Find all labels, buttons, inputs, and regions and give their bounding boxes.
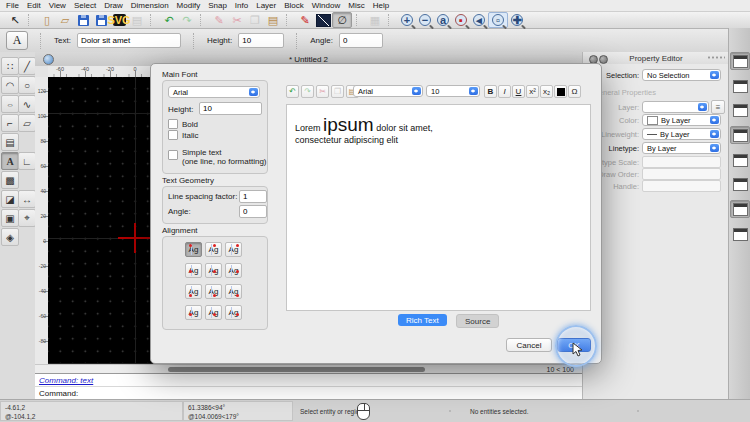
hatch-tool-button[interactable]: ◪	[1, 190, 19, 208]
spline-tool-button[interactable]: ∿	[18, 95, 36, 113]
align-bottom-center-button[interactable]: Ag	[205, 284, 222, 299]
underline-button[interactable]: U	[512, 85, 525, 98]
points-tool-button[interactable]: ∷	[1, 57, 19, 75]
draw-pen-button[interactable]: ✎	[296, 13, 314, 27]
text-color-button[interactable]	[554, 85, 567, 98]
layer-list-button[interactable]: ≡	[711, 100, 725, 114]
save-button[interactable]	[74, 13, 92, 27]
line-spacing-input[interactable]	[239, 190, 267, 203]
menu-item-misc[interactable]: Misc	[348, 1, 364, 10]
subscript-button[interactable]: x₂	[540, 85, 553, 98]
draw-order-field[interactable]	[642, 168, 721, 180]
arc-tool-button[interactable]: ◠	[1, 76, 19, 94]
canvas-horizontal-scrollbar[interactable]	[168, 367, 425, 372]
pen-widget-toggle[interactable]	[730, 52, 750, 70]
pointer-tool-button[interactable]: ↖	[6, 13, 24, 27]
panel-float-button[interactable]	[599, 55, 608, 64]
paste-button[interactable]: ▤	[264, 13, 282, 27]
bold-button[interactable]: B	[484, 85, 497, 98]
lineweight-dropdown[interactable]: By Layer	[642, 128, 721, 140]
align-top-right-button[interactable]: Ag	[225, 242, 242, 257]
zoom-pan-button[interactable]: ✚	[508, 13, 526, 27]
layer-list-widget-toggle[interactable]	[731, 78, 749, 94]
editor-copy-button[interactable]: ❐	[331, 85, 344, 98]
dimension-horizontal-button[interactable]: ↔	[18, 190, 36, 208]
menu-item-file[interactable]: File	[6, 1, 19, 10]
menu-item-select[interactable]: Select	[74, 1, 96, 10]
circle-tool-button[interactable]: ○	[18, 76, 36, 94]
align-baseline-left-button[interactable]: Ag	[185, 305, 202, 320]
image-tool-button[interactable]: ▩	[1, 171, 19, 189]
editor-size-dropdown[interactable]: 10	[426, 85, 480, 97]
zoom-window-button[interactable]: ▫	[488, 12, 508, 28]
modify-tool-button[interactable]: ▣	[1, 209, 19, 227]
layer-dropdown[interactable]	[642, 101, 709, 113]
redo-button[interactable]: ↷	[178, 13, 196, 27]
snap-tool-button[interactable]: ⌖	[18, 209, 36, 227]
simple-text-checkbox[interactable]	[168, 150, 178, 160]
polyline-tool-button[interactable]: ⌐	[1, 114, 19, 132]
line-tool-button[interactable]	[314, 13, 332, 27]
open-button[interactable]: ▱	[56, 13, 74, 27]
handle-field[interactable]	[642, 180, 721, 192]
font-height-input[interactable]	[199, 102, 262, 115]
library-widget-toggle[interactable]	[731, 226, 749, 242]
notes-widget-toggle[interactable]	[730, 200, 750, 218]
bold-checkbox[interactable]	[168, 119, 178, 129]
circle-slash-tool-button[interactable]: ∅	[332, 12, 352, 28]
zoom-auto-button[interactable]: a	[434, 13, 452, 27]
align-baseline-right-button[interactable]: Ag	[225, 305, 242, 320]
cut-button[interactable]: ✂	[228, 13, 246, 27]
zoom-in-button[interactable]: +	[398, 13, 416, 27]
editor-font-dropdown[interactable]: Arial	[353, 85, 423, 97]
rich-text-editor[interactable]: Lorem ipsum dolor sit amet,consectetur a…	[286, 104, 591, 311]
print-preview-button[interactable]: ▤	[128, 13, 146, 27]
copy-button[interactable]: ❐	[246, 13, 264, 27]
align-middle-left-button[interactable]: Ag	[185, 263, 202, 278]
filter-widget-toggle[interactable]	[731, 152, 749, 168]
zoom-redraw-button[interactable]: ▪	[452, 13, 470, 27]
ellipse-tool-button[interactable]: ○	[1, 95, 19, 113]
superscript-button[interactable]: x²	[526, 85, 539, 98]
zoom-previous-button[interactable]: ◂	[470, 13, 488, 27]
font-family-dropdown[interactable]: Arial	[168, 86, 260, 98]
color-dropdown[interactable]: By Layer	[642, 114, 721, 126]
linetype-dropdown[interactable]: By Layer	[642, 142, 721, 154]
align-top-center-button[interactable]: Ag	[205, 242, 222, 257]
menu-item-layer[interactable]: Layer	[256, 1, 276, 10]
align-bottom-left-button[interactable]: Ag	[185, 284, 202, 299]
angle-value-input[interactable]	[339, 33, 383, 48]
symbol-button[interactable]: Ω	[568, 85, 581, 98]
height-value-input[interactable]	[238, 33, 284, 48]
align-middle-right-button[interactable]: Ag	[225, 263, 242, 278]
text-tool-button[interactable]: A	[6, 31, 28, 50]
dimension-tool-button[interactable]: ∟	[18, 152, 36, 170]
text-tool-button-active[interactable]: A	[1, 152, 19, 170]
menu-item-snap[interactable]: Snap	[208, 1, 227, 10]
menu-item-dimension[interactable]: Dimension	[131, 1, 169, 10]
cancel-button[interactable]: Cancel	[506, 338, 552, 352]
align-middle-center-button[interactable]: Ag	[205, 263, 222, 278]
italic-button[interactable]: I	[498, 85, 511, 98]
menu-item-block[interactable]: Block	[284, 1, 304, 10]
edit-pencil-button[interactable]: ✎	[210, 13, 228, 27]
linetype-scale-field[interactable]	[642, 156, 721, 168]
line-tool-button[interactable]: ╱	[18, 57, 36, 75]
menu-item-view[interactable]: View	[49, 1, 66, 10]
menu-item-help[interactable]: Help	[373, 1, 389, 10]
panel-drag-handle[interactable]	[707, 56, 725, 59]
rich-text-tab[interactable]: Rich Text	[398, 314, 447, 326]
source-tab[interactable]: Source	[456, 314, 499, 328]
selection-dropdown[interactable]: No Selection	[642, 69, 721, 81]
menu-item-info[interactable]: Info	[235, 1, 248, 10]
text-value-input[interactable]	[77, 33, 181, 48]
undo-button[interactable]: ↶	[160, 13, 178, 27]
command-widget-toggle[interactable]	[731, 176, 749, 192]
editor-undo-button[interactable]: ↶	[286, 85, 299, 98]
zoom-out-button[interactable]: −	[416, 13, 434, 27]
command-input[interactable]	[81, 388, 586, 399]
menu-item-window[interactable]: Window	[312, 1, 340, 10]
isometric-tool-button[interactable]: ◈	[1, 228, 19, 246]
align-baseline-center-button[interactable]: Ag	[205, 305, 222, 320]
shapes-tool-button[interactable]: ▱	[18, 114, 36, 132]
